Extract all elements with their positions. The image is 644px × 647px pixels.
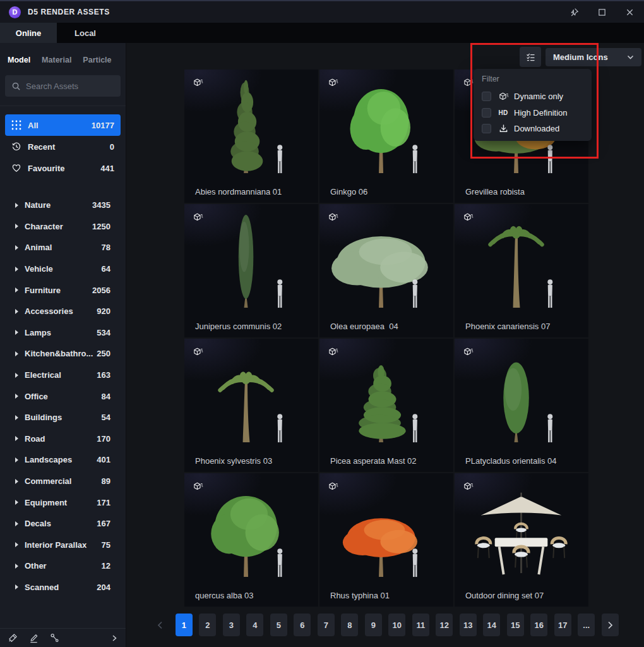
- asset-card[interactable]: Olea europaea 04: [319, 204, 453, 337]
- chevron-right-icon: [15, 436, 18, 441]
- category-row[interactable]: Vehicle 64: [0, 258, 126, 280]
- collection-icon: [11, 163, 22, 174]
- asset-card[interactable]: Phoenix canariensis 07: [455, 204, 588, 337]
- page-button[interactable]: ...: [578, 614, 595, 636]
- category-row[interactable]: Road 170: [0, 428, 126, 450]
- page-number: 10: [393, 620, 402, 630]
- page-number: 4: [253, 620, 257, 630]
- filter-option-label: High Definition: [514, 108, 568, 118]
- prev-page-icon[interactable]: [152, 614, 169, 636]
- category-row[interactable]: Animal 78: [0, 237, 126, 258]
- filter-popup: Filter Dynamic only HD High Definition D…: [474, 69, 592, 141]
- page-button[interactable]: 10: [388, 614, 405, 636]
- category-count: 3435: [92, 200, 110, 210]
- asset-card[interactable]: Rhus typhina 01: [319, 473, 453, 607]
- page-button[interactable]: 17: [554, 614, 571, 636]
- category-row[interactable]: Office 84: [0, 385, 126, 407]
- page-number: 9: [371, 620, 376, 630]
- category-row[interactable]: Furniture 2056: [0, 279, 126, 301]
- asset-card[interactable]: Picea asperata Mast 02: [319, 339, 453, 472]
- expand-sidebar-icon[interactable]: [110, 634, 118, 642]
- category-label: Lamps: [25, 328, 51, 337]
- page-button[interactable]: 16: [530, 614, 547, 636]
- category-row[interactable]: Lamps 534: [0, 322, 126, 344]
- page-button[interactable]: 8: [341, 614, 358, 636]
- category-row[interactable]: Kitchen&bathro... 250: [0, 343, 126, 365]
- asset-type-tab[interactable]: Material: [42, 56, 71, 64]
- page-button[interactable]: 14: [483, 614, 500, 636]
- asset-thumbnail: [455, 477, 588, 586]
- page-button[interactable]: 1: [176, 614, 193, 636]
- edit-pencil-icon[interactable]: [28, 632, 39, 643]
- category-row[interactable]: Scanned 204: [0, 577, 126, 598]
- page-button[interactable]: 9: [365, 614, 382, 636]
- search-input[interactable]: [26, 82, 108, 91]
- category-row[interactable]: Landscapes 401: [0, 449, 126, 471]
- asset-card[interactable]: PLatycladus orientalis 04: [455, 339, 588, 472]
- next-page-icon[interactable]: [602, 614, 619, 636]
- filter-option[interactable]: Dynamic only: [482, 88, 583, 105]
- page-button[interactable]: 2: [199, 614, 216, 636]
- page-button[interactable]: 12: [436, 614, 453, 636]
- asset-card[interactable]: quercus alba 03: [184, 473, 318, 607]
- filter-option[interactable]: Downloaded: [482, 121, 583, 137]
- asset-card[interactable]: Outdoor dining set 07: [455, 473, 588, 607]
- checkbox[interactable]: [482, 92, 491, 101]
- source-tab[interactable]: Local: [57, 23, 114, 43]
- category-row[interactable]: Nature 3435: [0, 195, 126, 216]
- chevron-right-icon: [15, 287, 18, 293]
- collection-row[interactable]: All 10177: [5, 114, 121, 136]
- category-label: Commercial: [25, 476, 71, 486]
- category-row[interactable]: Interior Parallax 75: [0, 535, 126, 556]
- page-button[interactable]: 3: [223, 614, 240, 636]
- category-row[interactable]: Other 12: [0, 555, 126, 577]
- page-button[interactable]: 15: [507, 614, 524, 636]
- category-row[interactable]: Accessories 920: [0, 301, 126, 322]
- category-row[interactable]: Decals 167: [0, 513, 126, 535]
- category-row[interactable]: Character 1250: [0, 216, 126, 238]
- category-row[interactable]: Buildings 54: [0, 407, 126, 428]
- asset-name: PLatycladus orientalis 04: [465, 456, 557, 466]
- chevron-right-icon: [15, 245, 18, 250]
- asset-type-tab[interactable]: Particle: [83, 56, 111, 64]
- category-label: Interior Parallax: [25, 540, 86, 550]
- checkbox[interactable]: [482, 108, 491, 118]
- node-link-icon[interactable]: [49, 632, 60, 643]
- filter-option[interactable]: HD High Definition: [482, 105, 583, 121]
- maximize-icon[interactable]: [596, 6, 607, 18]
- asset-card[interactable]: Juniperus communis 02: [184, 204, 318, 337]
- category-count: 250: [97, 349, 110, 358]
- checkbox[interactable]: [482, 124, 491, 133]
- asset-card[interactable]: Abies nordmanniana 01: [184, 70, 318, 203]
- category-count: 401: [97, 455, 110, 464]
- category-label: Road: [25, 434, 45, 444]
- category-row[interactable]: Commercial 89: [0, 471, 126, 492]
- page-button[interactable]: 6: [294, 614, 311, 636]
- filter-list-button[interactable]: [520, 47, 541, 67]
- close-icon[interactable]: [624, 6, 635, 18]
- page-button[interactable]: 13: [460, 614, 477, 636]
- search-box[interactable]: [5, 75, 121, 97]
- category-row[interactable]: Electrical 163: [0, 365, 126, 386]
- d5-logo-icon: D: [9, 6, 21, 18]
- collection-row[interactable]: Favourite 441: [5, 157, 121, 179]
- pin-icon[interactable]: [568, 6, 580, 18]
- asset-type-tab-label: Particle: [83, 56, 111, 64]
- chevron-down-icon: [627, 55, 634, 59]
- brush-icon[interactable]: [8, 632, 18, 643]
- asset-type-tab[interactable]: Model: [8, 56, 30, 64]
- page-button[interactable]: 11: [412, 614, 429, 636]
- asset-card[interactable]: Phoenix sylvestris 03: [184, 339, 318, 472]
- category-row[interactable]: Equipment 171: [0, 492, 126, 513]
- page-button[interactable]: 4: [246, 614, 263, 636]
- page-number: ...: [583, 620, 590, 630]
- page-button[interactable]: 7: [318, 614, 335, 636]
- view-mode-select[interactable]: Medium Icons: [546, 48, 641, 66]
- category-count: 2056: [92, 286, 110, 295]
- page-button[interactable]: 5: [270, 614, 287, 636]
- asset-type-tab-label: Material: [42, 56, 71, 64]
- source-tab[interactable]: Online: [0, 23, 57, 43]
- chevron-right-icon: [15, 394, 18, 399]
- asset-card[interactable]: Ginkgo 06: [319, 70, 453, 203]
- collection-row[interactable]: Recent 0: [5, 136, 121, 157]
